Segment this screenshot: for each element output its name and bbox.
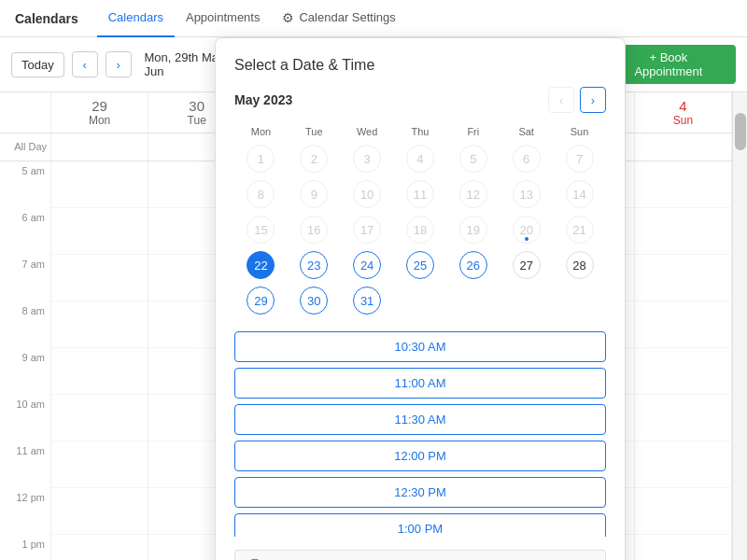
time-slots: 10:30 AM11:00 AM11:30 AM12:00 PM12:30 PM… bbox=[234, 331, 606, 537]
timezone-selector[interactable]: 🌐 GMT+10:00 Australia/Sydney (GMT+10) ▾ bbox=[234, 550, 606, 560]
calendar-week-row: 293031 bbox=[234, 283, 606, 318]
month-year-label: May 2023 bbox=[234, 92, 292, 107]
calendar-day-cell: 21 bbox=[553, 212, 606, 247]
next-month-button[interactable]: › bbox=[580, 87, 606, 113]
calendar-day-cell: 12 bbox=[446, 176, 500, 212]
calendar-day-cell: 17 bbox=[341, 212, 394, 247]
day-circle: 20 bbox=[513, 216, 541, 244]
calendar-week-row: 891011121314 bbox=[234, 176, 606, 212]
day-circle[interactable]: 29 bbox=[247, 287, 275, 315]
day-circle: 16 bbox=[300, 216, 328, 244]
popup-overlay: Select a Date & Time May 2023 ‹ › MonTue… bbox=[0, 0, 747, 560]
calendar-day-cell: 28 bbox=[553, 247, 606, 283]
calendar-day-cell bbox=[394, 283, 447, 318]
day-circle: 12 bbox=[459, 180, 487, 208]
day-circle: 19 bbox=[459, 216, 487, 244]
calendar-day-cell: 30 bbox=[288, 283, 341, 318]
calendar-day-cell: 9 bbox=[288, 176, 341, 212]
calendar-day-cell: 13 bbox=[500, 176, 553, 212]
calendar-day-cell: 14 bbox=[553, 176, 606, 212]
time-slot-button[interactable]: 12:00 PM bbox=[234, 441, 606, 471]
calendar-day-cell: 26 bbox=[446, 247, 500, 283]
calendar-day-cell: 7 bbox=[553, 141, 606, 176]
weekday-header: Mon bbox=[234, 122, 288, 141]
calendar-day-cell: 25 bbox=[394, 247, 447, 283]
calendar-day-cell: 31 bbox=[341, 283, 394, 318]
calendar-day-cell bbox=[500, 283, 553, 318]
day-circle[interactable]: 26 bbox=[459, 251, 487, 279]
calendar-day-cell bbox=[446, 283, 500, 318]
date-time-picker-popup: Select a Date & Time May 2023 ‹ › MonTue… bbox=[215, 37, 626, 560]
weekday-header: Sat bbox=[500, 122, 553, 141]
day-circle[interactable]: 31 bbox=[353, 287, 381, 315]
month-nav: May 2023 ‹ › bbox=[234, 87, 606, 113]
calendar-day-cell: 20 bbox=[500, 212, 553, 247]
calendar-day-cell: 18 bbox=[394, 212, 447, 247]
day-circle: 15 bbox=[247, 216, 275, 244]
popup-title: Select a Date & Time bbox=[234, 57, 606, 74]
calendar-day-cell: 15 bbox=[234, 212, 288, 247]
day-circle[interactable]: 22 bbox=[247, 251, 275, 279]
day-circle: 18 bbox=[406, 216, 434, 244]
prev-month-button[interactable]: ‹ bbox=[548, 87, 574, 113]
day-circle[interactable]: 23 bbox=[300, 251, 328, 279]
day-circle[interactable]: 28 bbox=[566, 251, 594, 279]
calendar-day-cell: 10 bbox=[341, 176, 394, 212]
day-circle[interactable]: 24 bbox=[353, 251, 381, 279]
time-slot-button[interactable]: 10:30 AM bbox=[234, 331, 606, 362]
day-circle: 3 bbox=[353, 145, 381, 173]
calendar-week-row: 22232425262728 bbox=[234, 247, 606, 283]
calendar-day-cell: 2 bbox=[288, 141, 341, 176]
calendar-day-cell: 29 bbox=[234, 283, 288, 318]
weekday-header: Fri bbox=[446, 122, 500, 141]
calendar-week-row: 1234567 bbox=[234, 141, 606, 176]
calendar-day-cell bbox=[553, 283, 606, 318]
day-circle: 10 bbox=[353, 180, 381, 208]
day-circle: 13 bbox=[513, 180, 541, 208]
calendar-day-cell: 19 bbox=[446, 212, 500, 247]
day-circle: 8 bbox=[247, 180, 275, 208]
weekday-header: Sun bbox=[553, 122, 606, 141]
day-circle: 2 bbox=[300, 145, 328, 173]
calendar-day-cell: 8 bbox=[234, 176, 288, 212]
calendar-day-cell: 4 bbox=[394, 141, 447, 176]
day-circle: 11 bbox=[406, 180, 434, 208]
day-circle: 7 bbox=[566, 145, 594, 173]
calendar-day-cell: 11 bbox=[394, 176, 447, 212]
calendar-day-cell: 27 bbox=[500, 247, 553, 283]
time-slot-button[interactable]: 12:30 PM bbox=[234, 477, 606, 508]
calendar-day-cell: 5 bbox=[446, 141, 500, 176]
time-slot-button[interactable]: 1:00 PM bbox=[234, 513, 606, 537]
calendar-day-cell: 24 bbox=[341, 247, 394, 283]
day-circle[interactable]: 27 bbox=[513, 251, 541, 279]
weekday-header: Tue bbox=[288, 122, 341, 141]
day-circle: 14 bbox=[566, 180, 594, 208]
day-circle: 21 bbox=[566, 216, 594, 244]
day-circle: 4 bbox=[406, 145, 434, 173]
day-circle: 9 bbox=[300, 180, 328, 208]
day-circle: 6 bbox=[513, 145, 541, 173]
day-circle[interactable]: 25 bbox=[406, 251, 434, 279]
calendar-day-cell: 1 bbox=[234, 141, 288, 176]
time-slot-button[interactable]: 11:00 AM bbox=[234, 368, 606, 399]
day-circle[interactable]: 30 bbox=[300, 287, 328, 315]
time-slot-button[interactable]: 11:30 AM bbox=[234, 404, 606, 435]
calendar-day-cell: 16 bbox=[288, 212, 341, 247]
calendar-week-row: 15161718192021 bbox=[234, 212, 606, 247]
day-circle: 5 bbox=[459, 145, 487, 173]
calendar-day-cell: 3 bbox=[341, 141, 394, 176]
day-circle: 1 bbox=[247, 145, 275, 173]
mini-calendar: MonTueWedThuFriSatSun 123456789101112131… bbox=[234, 122, 606, 318]
calendar-day-cell: 22 bbox=[234, 247, 288, 283]
day-circle: 17 bbox=[353, 216, 381, 244]
calendar-day-cell: 6 bbox=[500, 141, 553, 176]
calendar-day-cell: 23 bbox=[288, 247, 341, 283]
weekday-header: Thu bbox=[394, 122, 447, 141]
weekday-header: Wed bbox=[341, 122, 394, 141]
